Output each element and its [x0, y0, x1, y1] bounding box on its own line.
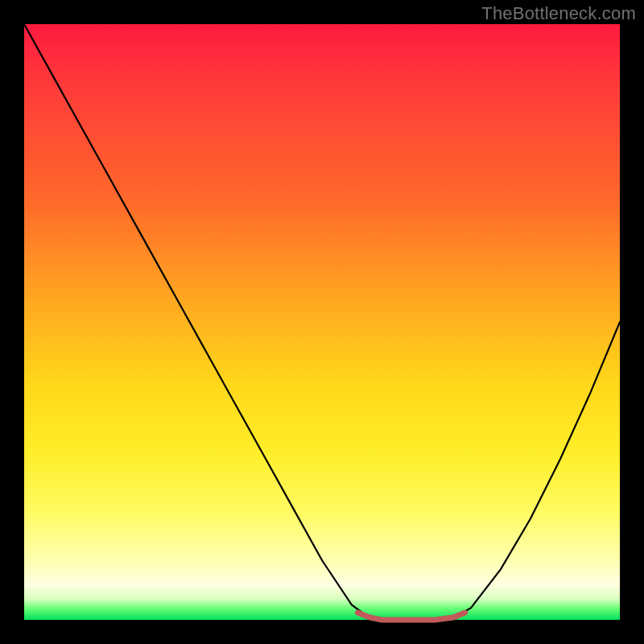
chart-svg	[24, 24, 620, 620]
chart-frame: TheBottleneck.com	[0, 0, 644, 644]
bottleneck-curve-path	[24, 24, 620, 620]
optimal-segment-path	[357, 613, 464, 620]
watermark-text: TheBottleneck.com	[481, 3, 636, 24]
plot-area	[24, 24, 620, 620]
